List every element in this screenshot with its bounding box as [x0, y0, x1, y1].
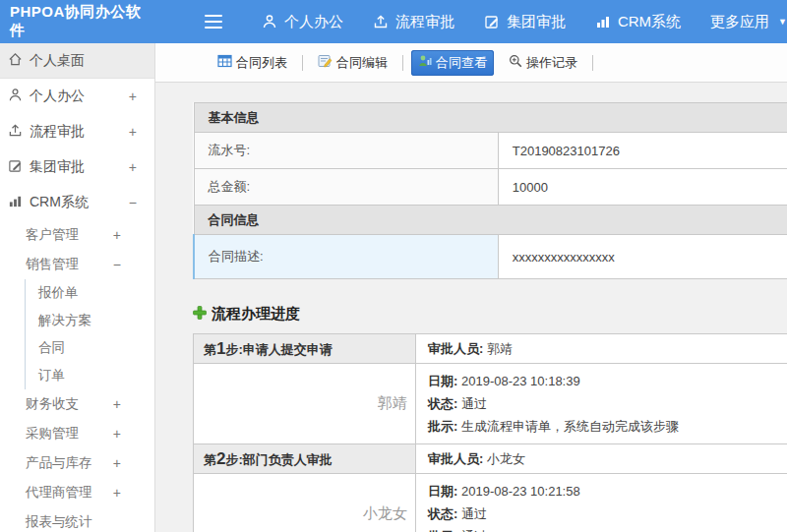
progress-table: 第1步:申请人提交申请 审批人员: 郭靖 郭靖 日期: 2019-08-23 1… [193, 333, 787, 532]
serial-number-value: T20190823101726 [498, 133, 787, 169]
person-icon [8, 88, 23, 105]
sidebar-item-group-approval[interactable]: 集团审批 + [0, 149, 154, 185]
table-icon [217, 54, 232, 71]
tab-operation-log[interactable]: 操作记录 [502, 50, 584, 76]
step-1-title: 第1步:申请人提交申请 [194, 334, 416, 364]
expand-plus-icon[interactable]: + [113, 426, 121, 442]
sidebar-item-crm[interactable]: CRM系统 − [0, 185, 154, 220]
edit-icon [484, 14, 500, 30]
table-row: 郭靖 日期: 2019-08-23 10:18:39 状态: 通过 批示: 生成… [194, 364, 787, 444]
contract-desc-label: 合同描述: [194, 235, 498, 279]
progress-section-title: 流程办理进度 [193, 305, 787, 324]
workflow-icon [8, 123, 23, 141]
sidebar-item-sales-mgmt[interactable]: 销售管理 − [0, 250, 154, 279]
sidebar-item-workflow-approval[interactable]: 流程审批 + [0, 114, 154, 149]
tab-separator [402, 55, 403, 71]
tab-separator [592, 55, 593, 71]
topbar: PHPOA协同办公软件 个人办公 流程审批 集团审批 CRM系统 更多应用 ▼ [0, 0, 787, 43]
person-view-icon [418, 54, 432, 71]
expand-plus-icon[interactable]: + [113, 455, 121, 471]
expand-plus-icon[interactable]: + [113, 485, 121, 501]
table-row: 合同描述: xxxxxxxxxxxxxxxx [194, 235, 787, 279]
plus-icon [193, 306, 207, 323]
tab-contract-edit[interactable]: 合同编辑 [311, 50, 394, 76]
sidebar-item-contract[interactable]: 合同 [26, 334, 154, 362]
table-row: 第1步:申请人提交申请 审批人员: 郭靖 [194, 334, 787, 364]
contract-info-table: 基本信息 流水号: T20190823101726 总金额: 10000 合同信… [193, 102, 787, 279]
expand-plus-icon[interactable]: + [113, 227, 121, 243]
home-icon [8, 52, 23, 70]
serial-number-label: 流水号: [194, 133, 498, 169]
table-row: 小龙女 日期: 2019-08-23 10:21:58 状态: 通过 批示: 通… [194, 474, 787, 532]
sidebar-item-customer-mgmt[interactable]: 客户管理 + [0, 220, 154, 250]
tab-contract-view[interactable]: 合同查看 [411, 50, 494, 76]
nav-more-apps[interactable]: 更多应用 ▼ [710, 13, 787, 31]
table-row: 总金额: 10000 [194, 169, 787, 206]
tab-separator [302, 55, 303, 71]
sidebar-item-personal-office[interactable]: 个人办公 + [0, 79, 154, 114]
tab-contract-list[interactable]: 合同列表 [211, 50, 294, 76]
sidebar-item-quotation[interactable]: 报价单 [26, 279, 154, 307]
expand-plus-icon[interactable]: + [129, 89, 137, 104]
table-row: 第2步:部门负责人审批 审批人员: 小龙女 [194, 444, 787, 474]
step-2-title: 第2步:部门负责人审批 [194, 444, 416, 474]
sidebar-item-purchasing[interactable]: 采购管理 + [0, 419, 154, 448]
total-amount-label: 总金额: [194, 169, 498, 206]
top-navigation: 个人办公 流程审批 集团审批 CRM系统 更多应用 ▼ [262, 13, 787, 31]
bar-chart-icon [8, 194, 23, 211]
step-2-approver: 审批人员: 小龙女 [416, 444, 787, 474]
section-header-basic-info: 基本信息 [194, 103, 787, 133]
tab-strip: 合同列表 合同编辑 合同查看 操作记录 [155, 43, 787, 83]
workflow-icon [373, 14, 389, 30]
step-1-name: 郭靖 [194, 364, 416, 444]
expand-plus-icon[interactable]: + [129, 124, 137, 140]
sidebar-item-products-inventory[interactable]: 产品与库存 + [0, 448, 154, 478]
contract-desc-value: xxxxxxxxxxxxxxxx [498, 235, 787, 279]
edit-icon [8, 158, 23, 176]
menu-icon[interactable] [205, 11, 224, 32]
sales-submenu: 报价单 解决方案 合同 订单 [25, 279, 154, 389]
sidebar-item-solution[interactable]: 解决方案 [26, 307, 154, 334]
caret-down-icon: ▼ [778, 17, 787, 27]
nav-group-approval[interactable]: 集团审批 [484, 13, 566, 31]
person-icon [262, 14, 277, 30]
total-amount-value: 10000 [498, 169, 787, 206]
expand-plus-icon[interactable]: + [129, 159, 137, 175]
step-2-detail: 日期: 2019-08-23 10:21:58 状态: 通过 批示: 通过 [416, 474, 787, 532]
collapse-minus-icon[interactable]: − [113, 257, 121, 272]
content-area: 合同列表 合同编辑 合同查看 操作记录 基本信息 流水 [155, 43, 787, 532]
nav-crm-system[interactable]: CRM系统 [595, 13, 681, 31]
expand-plus-icon[interactable]: + [113, 396, 121, 412]
collapse-minus-icon[interactable]: − [129, 195, 137, 210]
app-title: PHPOA协同办公软件 [0, 3, 148, 40]
nav-workflow-approval[interactable]: 流程审批 [373, 13, 454, 31]
sidebar-item-desktop[interactable]: 个人桌面 [0, 43, 154, 79]
step-1-approver: 审批人员: 郭靖 [416, 334, 787, 364]
step-2-name: 小龙女 [194, 474, 416, 532]
edit-doc-icon [318, 54, 333, 71]
table-row: 流水号: T20190823101726 [194, 133, 787, 169]
section-header-contract-info: 合同信息 [194, 206, 787, 235]
sidebar-item-agents[interactable]: 代理商管理 + [0, 478, 154, 507]
sidebar-item-finance[interactable]: 财务收支 + [0, 389, 154, 419]
zoom-icon [509, 54, 522, 71]
sidebar-item-order[interactable]: 订单 [26, 362, 154, 389]
nav-personal-office[interactable]: 个人办公 [262, 13, 343, 31]
bar-chart-icon [595, 14, 611, 30]
sidebar: 个人桌面 个人办公 + 流程审批 + 集团审批 + CRM系统 − 客户管理 +… [0, 43, 155, 532]
step-1-detail: 日期: 2019-08-23 10:18:39 状态: 通过 批示: 生成流程申… [416, 364, 787, 444]
sidebar-item-reports[interactable]: 报表与统计 [0, 507, 154, 532]
